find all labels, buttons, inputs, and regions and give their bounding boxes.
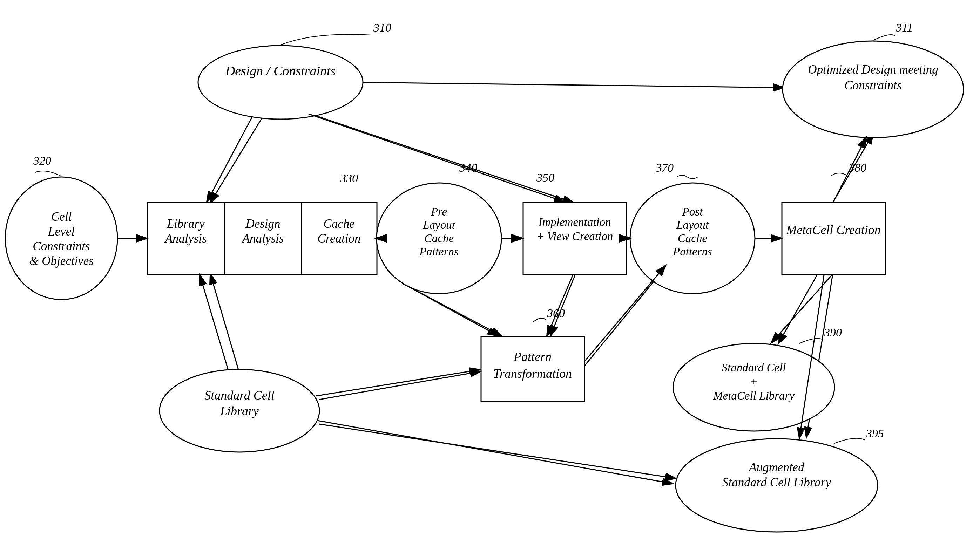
post-layout-label-4: Patterns [673, 245, 712, 258]
implementation-label-1: Implementation [538, 216, 611, 229]
standard-cell-library-label-2: Library [220, 404, 259, 418]
cell-level-label-3: Constraints [33, 240, 90, 253]
standard-cell-metacell-label-1: Standard Cell [722, 361, 786, 374]
ref-330: 330 [340, 172, 358, 185]
design-constraints-node [198, 46, 363, 119]
ref-395: 395 [866, 427, 884, 440]
optimized-design-label-1: Optimized Design meeting [808, 63, 938, 76]
metacell-creation-node [782, 203, 885, 275]
library-analysis-label-1: Library [167, 217, 205, 230]
post-layout-label-1: Post [682, 205, 703, 218]
post-layout-label-3: Cache [678, 232, 707, 244]
ref-320: 320 [33, 154, 51, 167]
post-layout-label-2: Layout [676, 219, 709, 231]
cache-creation-label-1: Cache [323, 217, 355, 230]
cell-level-label-2: Level [48, 225, 75, 238]
cell-level-node [5, 177, 118, 300]
augmented-standard-label-1: Augmented [748, 460, 804, 474]
pre-layout-label-1: Pre [431, 205, 447, 218]
design-constraints-label: Design / Constraints [225, 63, 336, 78]
library-analysis-label-2: Analysis [164, 232, 207, 245]
pre-layout-label-4: Patterns [419, 245, 459, 258]
design-analysis-label-2: Analysis [242, 232, 284, 245]
design-analysis-label-1: Design [245, 217, 280, 230]
ref-311: 311 [896, 21, 913, 34]
ref-360: 360 [547, 306, 565, 320]
pre-layout-label-3: Cache [424, 232, 454, 244]
pre-layout-label-2: Layout [423, 219, 455, 231]
ref-340: 340 [459, 161, 477, 174]
cache-creation-label-2: Creation [317, 232, 360, 245]
standard-cell-library-label-1: Standard Cell [204, 388, 275, 402]
implementation-label-2: + View Creation [536, 230, 613, 243]
optimized-design-label-2: Constraints [844, 78, 902, 92]
augmented-standard-label-2: Standard Cell Library [722, 476, 831, 489]
standard-cell-metacell-label-3: MetaCell Library [713, 389, 794, 402]
diagram-container: Design / Constraints 310 Cell Level Cons… [0, 0, 980, 546]
ref-310: 310 [373, 21, 391, 34]
metacell-creation-label: MetaCell Creation [786, 223, 881, 237]
ref-390: 390 [824, 326, 842, 339]
pattern-transformation-label-1: Pattern [513, 350, 552, 364]
cell-level-label-1: Cell [51, 210, 72, 224]
standard-cell-metacell-label-2: + [750, 375, 758, 388]
ref-370: 370 [655, 161, 673, 174]
pattern-transformation-label-2: Transformation [493, 367, 572, 381]
ref-350: 350 [536, 171, 554, 184]
cell-level-label-4: & Objectives [29, 254, 94, 268]
flow-diagram-svg: Design / Constraints 310 Cell Level Cons… [0, 0, 980, 546]
